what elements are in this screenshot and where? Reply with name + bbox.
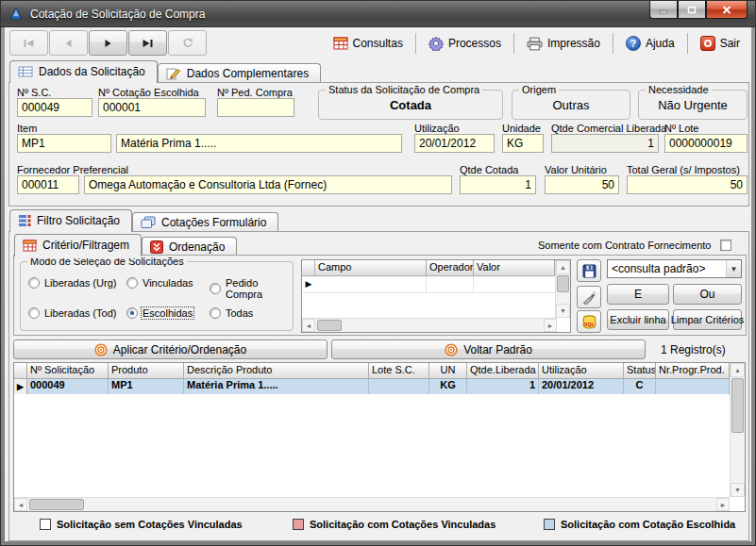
tab-label: Dados Complementares (187, 67, 309, 80)
sql-button[interactable]: SQL (577, 310, 601, 333)
tab-filtro-solicitacao[interactable]: Filtro Solicitação (9, 209, 132, 232)
cell: KG (429, 379, 467, 394)
consultas-label: Consultas (353, 37, 403, 50)
last-record-button[interactable] (128, 30, 167, 56)
column-header[interactable]: Produto (109, 363, 184, 379)
sair-button[interactable]: Sair (695, 33, 746, 54)
scroll-left-arrow[interactable]: ◄ (14, 498, 27, 511)
radio-escolhidas[interactable]: Escolhidas (126, 307, 193, 319)
clear-filter-button[interactable] (577, 286, 601, 308)
qtde-comercial-label: Qtde Comercial Liberada (551, 123, 666, 134)
cotacao-escolhida-field[interactable] (98, 98, 206, 117)
scroll-thumb[interactable] (29, 499, 84, 510)
radio-vinculadas[interactable]: Vinculadas (126, 277, 194, 289)
cell: Matéria Prima 1..... (184, 379, 369, 394)
refresh-button[interactable] (168, 30, 207, 56)
total-geral-field[interactable] (627, 175, 748, 194)
column-header[interactable]: Status (624, 363, 656, 379)
legend-color-pink (293, 519, 304, 530)
restore-button[interactable] (678, 1, 706, 19)
column-header[interactable]: Nr.Progr.Prod. (656, 363, 730, 379)
fornecedor-code-field[interactable] (17, 175, 79, 194)
tab-dados-complementares[interactable]: Dados Complementares (158, 63, 321, 83)
titlebar[interactable]: Cotação de Solicitação de Compra (1, 1, 755, 27)
valor-unitario-field[interactable] (545, 175, 619, 194)
first-record-button[interactable] (9, 30, 48, 56)
ajuda-button[interactable]: ? Ajuda (620, 33, 680, 54)
column-header[interactable]: Valor (474, 260, 555, 276)
tab-cotacoes-formulario[interactable]: Cotações Formulário (132, 212, 278, 232)
column-header[interactable]: Qtde.Liberada (467, 363, 539, 379)
status-value: Cotada (319, 91, 502, 119)
ped-compra-field[interactable] (217, 98, 294, 117)
utilizacao-field[interactable] (414, 134, 495, 153)
scroll-thumb[interactable] (731, 378, 744, 433)
and-button[interactable]: E (607, 284, 669, 305)
unidade-field[interactable] (502, 134, 544, 153)
svg-text:SQL: SQL (584, 322, 596, 327)
next-record-button[interactable] (89, 30, 127, 56)
clear-filter-icon (582, 290, 596, 305)
prior-record-icon (62, 39, 75, 48)
column-header[interactable]: Nº Solicitação (27, 363, 109, 379)
clear-criteria-button[interactable]: Limpar Critérios (673, 309, 742, 330)
tab-criterio-filtragem[interactable]: Critério/Filtragem (14, 234, 142, 256)
apply-criteria-button[interactable]: Aplicar Critério/Ordenação (13, 339, 328, 359)
table-row[interactable]: ▶ 000049 MP1 Matéria Prima 1..... KG 1 2… (14, 379, 745, 394)
scroll-thumb[interactable] (317, 320, 342, 331)
contrato-checkbox[interactable] (720, 240, 731, 251)
impressao-button[interactable]: Impressão (521, 34, 606, 54)
scroll-left-arrow[interactable]: ◄ (302, 319, 315, 332)
criteria-hscrollbar[interactable]: ◄ ► (302, 318, 557, 332)
scroll-right-arrow[interactable]: ► (544, 319, 557, 332)
scroll-up-arrow[interactable]: ▲ (731, 363, 745, 377)
processos-button[interactable]: Processos (423, 33, 507, 54)
criteria-cell (474, 276, 555, 292)
scroll-down-arrow[interactable]: ▼ (731, 483, 745, 497)
scroll-down-arrow[interactable]: ▼ (556, 304, 570, 318)
lote-field[interactable] (664, 134, 748, 153)
radio-todas[interactable]: Todas (210, 307, 254, 319)
delete-line-label: Excluir linha (610, 314, 665, 325)
qtde-comercial-field[interactable] (551, 134, 659, 153)
column-header[interactable]: Utilização (539, 363, 624, 379)
column-header[interactable]: Campo (315, 260, 427, 276)
criteria-row[interactable]: ▶ (302, 276, 570, 293)
prior-record-button[interactable] (49, 30, 88, 56)
reset-default-button[interactable]: Voltar Padrão (331, 339, 646, 359)
minimize-button[interactable] (649, 1, 678, 19)
cell: 000049 (27, 379, 109, 394)
close-button[interactable] (706, 1, 748, 19)
contrato-checkbox-row[interactable]: Somente com Contrato Fornecimento (538, 240, 731, 251)
consultas-button[interactable]: Consultas (328, 34, 409, 53)
item-desc-field[interactable] (116, 134, 402, 153)
restore-icon (687, 6, 697, 14)
radio-pedido-compra[interactable]: Pedido Compra (210, 277, 293, 300)
tab-ordenacao[interactable]: Ordenação (142, 237, 237, 256)
criteria-subpanel: Modo de Seleção de Solicitações Liberada… (13, 255, 747, 336)
qtde-cotada-field[interactable] (460, 175, 536, 194)
column-header[interactable]: Descrição Produto (184, 363, 369, 379)
column-header[interactable]: Lote S.C. (369, 363, 429, 379)
or-label: Ou (699, 288, 714, 301)
criteria-vscrollbar[interactable]: ▲ ▼ (555, 260, 570, 318)
radio-label: Pedido Compra (225, 277, 293, 300)
nsc-field[interactable] (17, 98, 92, 117)
save-query-button[interactable] (577, 259, 601, 282)
apply-criteria-label: Aplicar Critério/Ordenação (113, 343, 246, 356)
or-button[interactable]: Ou (673, 284, 742, 305)
results-hscrollbar[interactable]: ◄ ► (14, 497, 730, 511)
item-code-field[interactable] (17, 134, 111, 153)
preset-query-dropdown[interactable]: <consulta padrão> ▼ (607, 259, 742, 278)
results-vscrollbar[interactable]: ▲ ▼ (730, 363, 745, 497)
scroll-up-arrow[interactable]: ▲ (556, 260, 570, 274)
column-header[interactable]: UN (429, 363, 467, 379)
column-header[interactable]: Operador (427, 260, 474, 276)
radio-liberadas-urg[interactable]: Liberadas (Urg) (28, 277, 117, 289)
scroll-right-arrow[interactable]: ► (716, 498, 730, 511)
tab-dados-solicitacao[interactable]: Dados da Solicitação (9, 60, 158, 83)
fornecedor-name-field[interactable] (84, 175, 452, 194)
delete-line-button[interactable]: Excluir linha (607, 309, 669, 330)
scroll-thumb[interactable] (557, 275, 569, 292)
radio-liberadas-tod[interactable]: Liberadas (Tod) (28, 307, 117, 319)
